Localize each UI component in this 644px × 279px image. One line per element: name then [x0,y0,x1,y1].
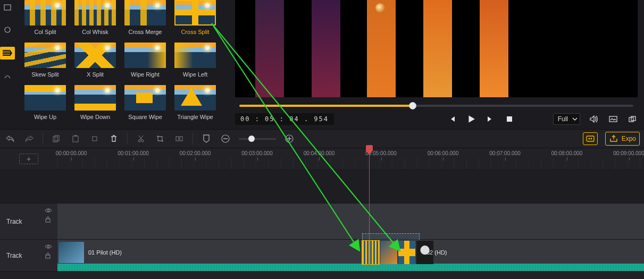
transition-item[interactable]: Wipe Down [70,85,120,120]
playhead[interactable] [369,148,370,272]
transition-thumb[interactable] [124,85,166,111]
transition-thumb[interactable] [24,85,66,111]
freeze-frame-button[interactable] [173,133,185,145]
timeline-clip[interactable]: 82 (HD) [423,240,447,265]
transition-thumb[interactable] [74,0,116,26]
chevron-down-icon [572,116,578,122]
transition-thumb[interactable] [24,43,66,68]
transitions-panel: Col SplitCol WhiskCross MergeCross Split… [15,0,229,129]
undo-button[interactable] [4,133,16,145]
export-icon [610,135,617,142]
zoom-slider[interactable] [239,138,276,140]
split-button[interactable] [135,133,147,145]
svg-rect-10 [93,137,97,141]
detach-window-icon[interactable] [627,114,638,124]
cut-button[interactable] [89,133,101,145]
crop-button[interactable] [154,133,166,145]
next-frame-button[interactable] [485,114,496,124]
timeline-clip[interactable]: 01 Pilot (HD) [57,240,122,265]
transition-thumb[interactable] [124,43,166,68]
transition-item[interactable]: Cross Split [170,0,220,35]
track-header[interactable]: Track [0,204,57,239]
transitions-icon[interactable] [0,47,15,60]
transition-label: Wipe Left [183,71,207,78]
volume-icon[interactable] [589,114,599,124]
transition-label: Square Wipe [128,114,162,120]
preview-panel: 00 : 05 : 04 . 954 Full [229,0,644,129]
svg-point-18 [588,138,590,140]
snapshot-icon[interactable] [608,114,618,124]
preview-size-select[interactable]: Full [553,113,580,125]
stop-button[interactable] [504,114,515,124]
preview-canvas[interactable] [235,0,638,97]
transition-label: Wipe Right [131,71,160,78]
ruler-tick: 00:05:00.000 [381,150,412,160]
auto-cut-button[interactable] [583,132,598,145]
export-button[interactable]: Expo [605,132,640,146]
svg-rect-3 [609,116,617,122]
preview-seekbar[interactable] [239,105,633,107]
transition-chip[interactable] [398,241,415,264]
transition-item[interactable]: Cross Merge [120,0,170,35]
transition-label: Wipe Up [34,114,56,120]
svg-point-22 [47,246,49,248]
transition-item[interactable]: Skew Split [20,43,70,78]
transition-thumb[interactable] [74,43,116,68]
time-ruler[interactable]: 00:00:00.00000:01:00.00000:02:00.00000:0… [57,148,644,170]
media-icon[interactable] [2,2,13,13]
transition-item[interactable]: Triangle Wipe [170,85,220,120]
svg-rect-2 [507,116,512,122]
track-body-overlay[interactable] [57,204,644,239]
visibility-icon[interactable] [45,208,52,213]
transition-chip[interactable] [362,241,379,264]
transition-thumb[interactable] [174,43,216,68]
preview-timecode: 00 : 05 : 04 . 954 [235,113,334,125]
lock-icon[interactable] [45,216,51,223]
svg-rect-17 [587,136,594,141]
transition-item[interactable]: X Split [70,43,120,78]
ruler-tick: 00:08:00.000 [567,150,598,160]
svg-point-20 [47,209,49,212]
play-button[interactable] [466,114,476,124]
effects-icon[interactable] [2,71,13,82]
delete-button[interactable] [108,133,120,145]
transition-label: Cross Split [181,29,209,35]
transition-thumb[interactable] [24,0,66,26]
transition-thumb[interactable] [124,0,166,26]
add-track-button[interactable]: + [19,154,38,164]
side-panel [0,0,15,129]
transition-item[interactable]: Wipe Right [120,43,170,78]
copy-button[interactable] [51,133,62,145]
transition-label: Col Whisk [82,29,108,35]
track-label: Track [6,218,22,225]
transition-chip[interactable] [380,241,397,264]
transition-label: Wipe Down [80,114,110,120]
zoom-in-button[interactable] [283,133,295,145]
transition-thumb[interactable] [174,0,216,26]
zoom-out-button[interactable] [220,133,231,145]
transition-label: Skew Split [31,71,58,78]
ruler-tick: 00:09:00.000 [629,150,645,160]
redo-button[interactable] [23,133,35,145]
track-body-video[interactable]: 01 Pilot (HD)82 (HD) [57,240,644,271]
transition-item[interactable]: Wipe Up [20,85,70,120]
transition-item[interactable]: Col Whisk [70,0,120,35]
transition-item[interactable]: Wipe Left [170,43,220,78]
track-header[interactable]: Track [0,240,57,271]
marker-button[interactable] [200,133,212,145]
prev-frame-button[interactable] [447,114,457,124]
svg-rect-23 [46,255,50,258]
transition-thumb[interactable] [74,85,116,111]
ruler-tick: 00:04:00.000 [319,150,350,160]
clip-drag-preview [362,233,420,240]
lock-icon[interactable] [45,252,51,259]
visibility-icon[interactable] [45,244,52,249]
audio-icon[interactable] [2,24,13,35]
svg-rect-21 [46,219,50,222]
svg-point-1 [5,27,10,32]
transition-item[interactable]: Col Split [20,0,70,35]
transition-item[interactable]: Square Wipe [120,85,170,120]
svg-rect-9 [74,135,77,137]
transition-thumb[interactable] [174,85,216,111]
paste-button[interactable] [70,133,81,145]
